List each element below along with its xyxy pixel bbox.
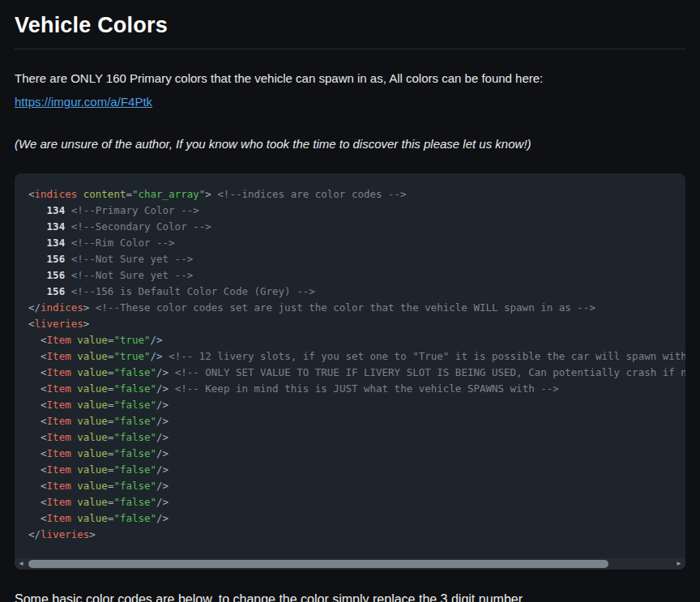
code-line: <Item value="false"/> bbox=[28, 510, 685, 527]
scroll-left-icon[interactable]: ◄ bbox=[15, 558, 28, 570]
footer-paragraph: Some basic color codes are below, to cha… bbox=[15, 591, 685, 602]
code-line: 134 <!--Primary Color --> bbox=[28, 203, 685, 219]
code-line: <Item value="true"/> <!-- 12 livery slot… bbox=[28, 348, 685, 365]
code-line: <Item value="false"/> bbox=[28, 397, 685, 413]
link-row: https://imgur.com/a/F4Ptk bbox=[15, 94, 685, 109]
horizontal-scrollbar: ◄ ► bbox=[15, 558, 685, 570]
code-line: </indices> <!--These color codes set are… bbox=[28, 300, 685, 316]
code-line: <Item value="false"/> <!-- Keep in mind … bbox=[28, 381, 685, 397]
code-line: 134 <!--Secondary Color --> bbox=[28, 219, 685, 235]
code-line: 134 <!--Rim Color --> bbox=[28, 235, 685, 251]
scrollbar-track[interactable] bbox=[28, 558, 672, 570]
code-line: <Item value="false"/> bbox=[28, 478, 685, 494]
code-line: <indices content="char_array"> <!--indic… bbox=[28, 186, 685, 203]
code-line: <Item value="false"/> bbox=[28, 429, 685, 446]
imgur-link[interactable]: https://imgur.com/a/F4Ptk bbox=[15, 95, 152, 109]
code-line: <Item value="false"/> bbox=[28, 494, 685, 510]
code-line: 156 <!--Not Sure yet --> bbox=[28, 251, 685, 267]
code-line: <liveries> bbox=[28, 316, 685, 332]
intro-paragraph: There are ONLY 160 Primary colors that t… bbox=[15, 70, 685, 86]
code-area: <indices content="char_array"> <!--indic… bbox=[15, 173, 685, 545]
code-line: <Item value="false"/> bbox=[28, 446, 685, 462]
author-note: (We are unsure of the author, If you kno… bbox=[15, 136, 685, 152]
scroll-right-icon[interactable]: ► bbox=[672, 558, 685, 570]
code-line: 156 <!--156 is Default Color Code (Grey)… bbox=[28, 284, 685, 300]
code-line: <Item value="false"/> bbox=[28, 413, 685, 429]
code-block: <indices content="char_array"> <!--indic… bbox=[15, 173, 685, 570]
code-line: </liveries> bbox=[28, 527, 685, 543]
code-line: <Item value="true"/> bbox=[28, 332, 685, 348]
code-line: 156 <!--Not Sure yet --> bbox=[28, 267, 685, 284]
code-line: <Item value="false"/> bbox=[28, 462, 685, 478]
scrollbar-thumb[interactable] bbox=[28, 560, 608, 568]
code-line: <Item value="false"/> <!-- ONLY SET VALU… bbox=[28, 365, 685, 381]
page-title: Vehicle Colors bbox=[15, 13, 685, 49]
page: Vehicle Colors There are ONLY 160 Primar… bbox=[0, 0, 700, 602]
